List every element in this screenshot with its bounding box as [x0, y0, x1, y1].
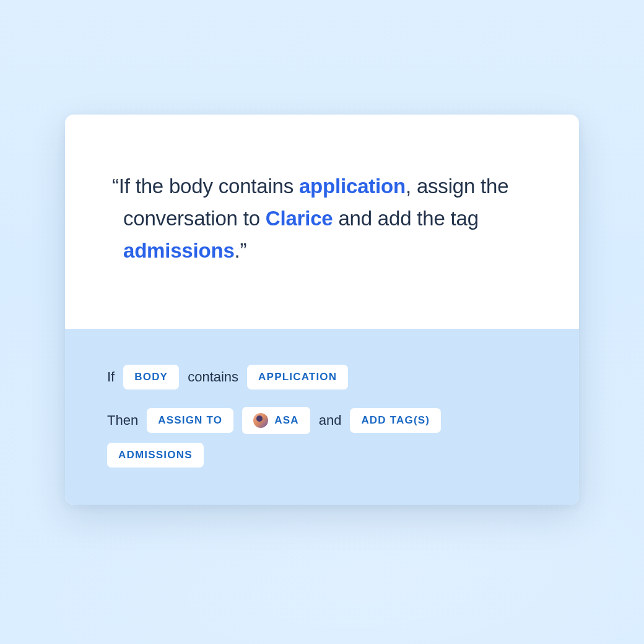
if-condition-row: If BODY contains APPLICATION: [107, 365, 537, 389]
quote-text-1: If the body contains: [119, 175, 299, 198]
highlight-assignee: Clarice: [266, 207, 333, 230]
contains-label: contains: [188, 369, 238, 385]
assignee-name: ASA: [274, 414, 299, 427]
avatar-icon: [253, 413, 268, 428]
if-label: If: [107, 369, 115, 385]
highlight-tag: admissions: [123, 239, 235, 262]
rule-builder-section: If BODY contains APPLICATION Then ASSIGN…: [65, 329, 579, 505]
close-quote: ”: [240, 239, 247, 262]
rule-description-quote: “If the body contains application, assig…: [110, 170, 534, 267]
rule-card: “If the body contains application, assig…: [65, 115, 579, 505]
then-label: Then: [107, 412, 138, 429]
assignee-chip[interactable]: ASA: [242, 407, 310, 434]
condition-value-chip[interactable]: APPLICATION: [247, 365, 348, 389]
quote-text-4: .: [235, 239, 240, 262]
tag-value-chip[interactable]: ADMISSIONS: [107, 443, 204, 468]
then-action-row: Then ASSIGN TO ASA and ADD TAG(S) ADMISS…: [107, 407, 537, 468]
quote-text-3: and add the tag: [333, 207, 478, 230]
add-tag-action-chip[interactable]: ADD TAG(S): [350, 408, 441, 433]
quote-section: “If the body contains application, assig…: [65, 115, 579, 329]
highlight-application: application: [299, 175, 406, 198]
open-quote: “: [112, 175, 119, 198]
and-label: and: [319, 412, 342, 429]
condition-field-chip[interactable]: BODY: [123, 365, 179, 389]
assign-action-chip[interactable]: ASSIGN TO: [147, 408, 233, 433]
